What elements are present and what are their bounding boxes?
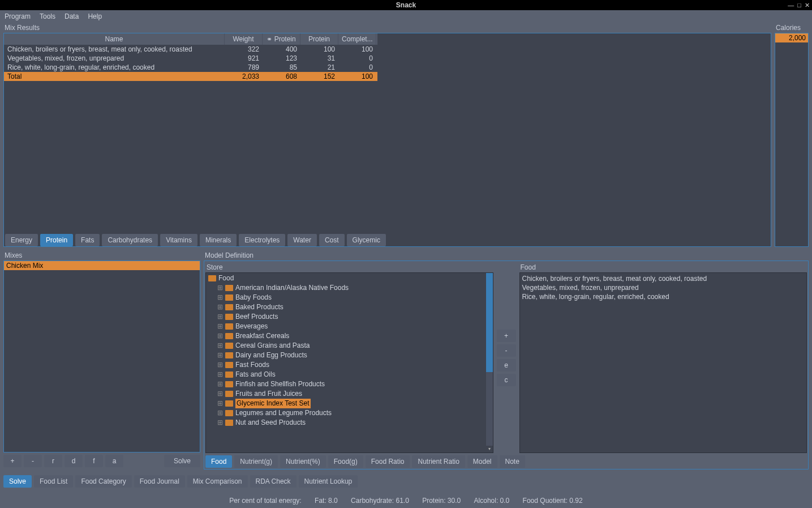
model-tab-food[interactable]: Food [205, 455, 232, 468]
expand-icon[interactable]: ⊞ [217, 293, 223, 302]
calories-value[interactable]: 2,000 [775, 33, 808, 42]
tree-item[interactable]: ⊞Cereal Grains and Pasta [207, 341, 492, 351]
transfer-btn-e[interactable]: e [497, 359, 516, 372]
expand-icon[interactable]: ⊞ [217, 360, 223, 370]
tab-carbohydrates[interactable]: Carbohydrates [102, 234, 158, 246]
mix-btn-f[interactable]: f [85, 455, 103, 467]
mixes-list[interactable]: Chicken Mix [3, 261, 200, 452]
cell-name: Chicken, broilers or fryers, breast, mea… [4, 45, 225, 54]
expand-icon[interactable]: ⊞ [217, 302, 223, 312]
mix-btn-r[interactable]: r [44, 455, 62, 467]
col-protein[interactable]: Protein [300, 33, 338, 45]
col-complete[interactable]: Complet... [338, 33, 376, 45]
main-tab-mixcomparison[interactable]: Mix Comparison [187, 475, 248, 488]
expand-icon[interactable]: ⊞ [217, 322, 223, 331]
expand-icon[interactable]: ⊞ [217, 341, 223, 351]
maximize-icon[interactable]: □ [797, 2, 801, 9]
menu-tools[interactable]: Tools [40, 12, 55, 20]
tab-minerals[interactable]: Minerals [200, 234, 237, 246]
expand-icon[interactable]: ⊞ [217, 418, 223, 428]
tree-item[interactable]: ⊞Beverages [207, 322, 492, 331]
tree-item[interactable]: ⊞Legumes and Legume Products [207, 408, 492, 418]
expand-icon[interactable]: ⊞ [217, 331, 223, 341]
main-tab-solve[interactable]: Solve [3, 475, 32, 488]
transfer-btn--[interactable]: - [497, 344, 516, 357]
table-row[interactable]: Vegetables, mixed, frozen, unprepared921… [4, 54, 377, 63]
expand-icon[interactable]: ⊞ [217, 351, 223, 360]
menu-data[interactable]: Data [65, 12, 79, 20]
tab-energy[interactable]: Energy [5, 234, 38, 246]
mix-btn-d[interactable]: d [65, 455, 83, 467]
tree-item[interactable]: ⊞Breakfast Cereals [207, 331, 492, 341]
tree-item[interactable]: ⊞Finfish and Shellfish Products [207, 379, 492, 389]
tab-protein[interactable]: Protein [40, 234, 73, 246]
model-tab-foodg[interactable]: Food(g) [328, 455, 363, 468]
mix-item[interactable]: Chicken Mix [4, 261, 200, 270]
table-row-total[interactable]: Total2,033608152100 [4, 72, 377, 81]
menu-help[interactable]: Help [88, 12, 102, 20]
col-name[interactable]: Name [4, 33, 225, 45]
tree-label: Nut and Seed Products [235, 418, 306, 428]
expand-icon[interactable]: ⊞ [217, 379, 223, 389]
tab-cost[interactable]: Cost [319, 234, 345, 246]
menu-program[interactable]: Program [5, 12, 31, 20]
scrollbar-thumb[interactable] [486, 273, 493, 372]
tree-label: Baby Foods [235, 293, 272, 302]
expand-icon[interactable]: ⊞ [217, 399, 223, 408]
table-row[interactable]: Rice, white, long-grain, regular, enrich… [4, 63, 377, 72]
transfer-btn-c[interactable]: c [497, 374, 516, 386]
titlebar: Snack — □ ✕ [0, 0, 812, 10]
minimize-icon[interactable]: — [788, 2, 794, 9]
tree-item[interactable]: ⊞Baked Products [207, 302, 492, 312]
food-list[interactable]: Chicken, broilers or fryers, breast, mea… [519, 272, 807, 453]
scrollbar[interactable]: ▾ [486, 273, 493, 452]
model-tab-nutrientratio[interactable]: Nutrient Ratio [412, 455, 465, 468]
col-weight[interactable]: Weight [225, 33, 263, 45]
food-item[interactable]: Rice, white, long-grain, regular, enrich… [522, 292, 805, 301]
tab-glycemic[interactable]: Glycemic [347, 234, 386, 246]
transfer-btn-+[interactable]: + [497, 330, 516, 342]
expand-icon[interactable]: ⊞ [217, 389, 223, 399]
model-tab-foodratio[interactable]: Food Ratio [366, 455, 410, 468]
mix-btn-+[interactable]: + [3, 455, 22, 467]
mix-btn--[interactable]: - [24, 455, 42, 467]
tree-item[interactable]: ⊞Glycemic Index Test Set [207, 399, 492, 408]
expand-icon[interactable]: ⊞ [217, 370, 223, 379]
main-tab-foodjournal[interactable]: Food Journal [134, 475, 185, 488]
close-icon[interactable]: ✕ [805, 2, 810, 9]
tree-item[interactable]: ⊞Fruits and Fruit Juices [207, 389, 492, 399]
tab-electrolytes[interactable]: Electrolytes [239, 234, 285, 246]
main-tab-foodlist[interactable]: Food List [34, 475, 73, 488]
mix-btn-a[interactable]: a [105, 455, 123, 467]
tree-item[interactable]: ⊞Dairy and Egg Products [207, 351, 492, 360]
tree-item[interactable]: ⊞Fats and Oils [207, 370, 492, 379]
tree-root[interactable]: Food [207, 274, 492, 283]
tab-vitamins[interactable]: Vitamins [160, 234, 197, 246]
store-tree[interactable]: Food⊞American Indian/Alaska Native Foods… [205, 272, 493, 453]
expand-icon[interactable]: ⊞ [217, 283, 223, 293]
model-tab-note[interactable]: Note [500, 455, 525, 468]
model-tab-nutrientg[interactable]: Nutrient(g) [234, 455, 278, 468]
expand-icon[interactable]: ⊞ [217, 312, 223, 322]
main-tab-rdacheck[interactable]: RDA Check [250, 475, 297, 488]
main-tab-foodcategory[interactable]: Food Category [75, 475, 131, 488]
tree-item[interactable]: ⊞Beef Products [207, 312, 492, 322]
tree-item[interactable]: ⊞Nut and Seed Products [207, 418, 492, 428]
model-tab-model[interactable]: Model [467, 455, 497, 468]
model-definition-panel: Store Food⊞American Indian/Alaska Native… [204, 261, 809, 469]
model-tab-nutrient[interactable]: Nutrient(%) [280, 455, 326, 468]
solve-button[interactable]: Solve [164, 455, 200, 467]
scroll-down-icon[interactable]: ▾ [486, 446, 493, 452]
food-item[interactable]: Chicken, broilers or fryers, breast, mea… [522, 274, 805, 283]
tree-item[interactable]: ⊞Baby Foods [207, 293, 492, 302]
food-item[interactable]: Vegetables, mixed, frozen, unprepared [522, 283, 805, 292]
tree-item[interactable]: ⊞Fast Foods [207, 360, 492, 370]
col-pprotein[interactable]: ⚭ Protein [263, 33, 300, 45]
main-tab-nutrientlookup[interactable]: Nutrient Lookup [299, 475, 358, 488]
tree-item[interactable]: ⊞American Indian/Alaska Native Foods [207, 283, 492, 293]
tab-fats[interactable]: Fats [75, 234, 100, 246]
table-row[interactable]: Chicken, broilers or fryers, breast, mea… [4, 45, 377, 54]
expand-icon[interactable]: ⊞ [217, 408, 223, 418]
cell-protein: 100 [300, 45, 338, 54]
tab-water[interactable]: Water [287, 234, 317, 246]
